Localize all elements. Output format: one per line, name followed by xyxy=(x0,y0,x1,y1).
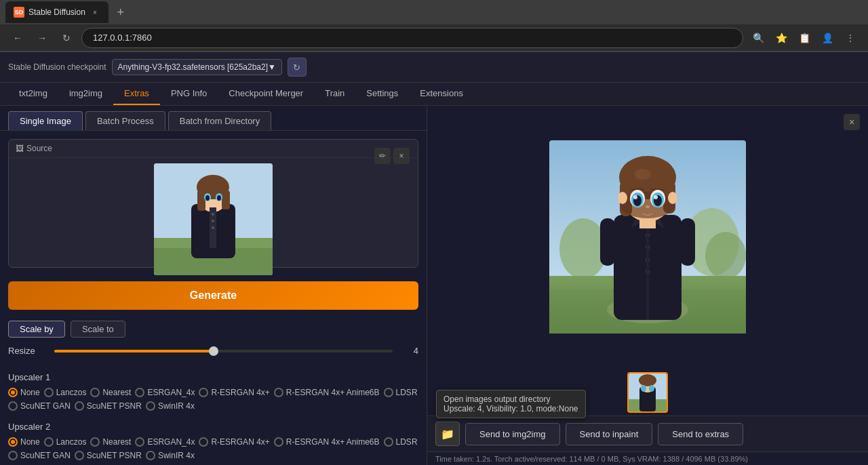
upscaler1-swinir4x[interactable]: SwinIR 4x xyxy=(146,401,195,411)
extensions-icon[interactable]: 📋 xyxy=(795,28,814,47)
main-content: Single Image Batch Process Batch from Di… xyxy=(0,106,868,465)
resize-slider-thumb[interactable] xyxy=(209,346,218,356)
upscaler1-nearest-label: Nearest xyxy=(102,388,131,397)
open-output-directory-button[interactable]: 📁 Open images output directory Upscale: … xyxy=(435,422,460,446)
upscaler2-ldsr[interactable]: LDSR xyxy=(384,437,418,447)
active-tab[interactable]: SD Stable Diffusion × xyxy=(5,1,108,23)
tab-train[interactable]: Train xyxy=(314,83,355,105)
svg-point-38 xyxy=(668,192,677,204)
resize-slider[interactable] xyxy=(54,350,393,352)
upscaler1-nearest[interactable]: Nearest xyxy=(90,388,131,397)
tab-extensions[interactable]: Extensions xyxy=(409,83,474,105)
upscaler2-lanczos-label: Lanczos xyxy=(56,437,87,447)
close-output-button[interactable]: × xyxy=(844,114,860,130)
tab-png-info[interactable]: PNG Info xyxy=(160,83,218,105)
svg-point-37 xyxy=(618,192,627,204)
refresh-button[interactable]: ↻ xyxy=(57,28,76,47)
upscaler1-nearest-radio[interactable] xyxy=(90,388,100,397)
upscaler1-scunet-psnr-radio[interactable] xyxy=(75,401,84,411)
back-button[interactable]: ← xyxy=(8,28,27,47)
send-to-img2img-button[interactable]: Send to img2img xyxy=(465,423,560,445)
nav-icons: 🔍 ⭐ 📋 👤 ⋮ xyxy=(749,28,860,47)
forward-button[interactable]: → xyxy=(33,28,52,47)
subtab-batch-process[interactable]: Batch Process xyxy=(85,111,165,130)
upscaler1-ldsr[interactable]: LDSR xyxy=(384,388,418,397)
upscaler2-none[interactable]: None xyxy=(8,437,40,447)
svg-point-14 xyxy=(212,220,214,222)
checkpoint-refresh-button[interactable]: ↻ xyxy=(288,58,307,77)
search-icon[interactable]: 🔍 xyxy=(749,28,768,47)
upscaler1-esrgan4x[interactable]: ESRGAN_4x xyxy=(135,388,195,397)
source-image-container[interactable] xyxy=(9,158,418,281)
subtab-batch-directory[interactable]: Batch from Directory xyxy=(168,111,271,130)
upscaler2-lanczos-radio[interactable] xyxy=(44,437,54,447)
upscaler1-esrgan4x-radio[interactable] xyxy=(135,388,144,397)
upscaler2-swinir4x[interactable]: SwinIR 4x xyxy=(146,451,195,460)
upscaler1-resrgan4xplus-anime6b-radio[interactable] xyxy=(274,388,283,397)
upscaler2-nearest[interactable]: Nearest xyxy=(90,437,131,447)
source-label-text: Source xyxy=(26,144,52,153)
bookmark-icon[interactable]: ⭐ xyxy=(772,28,791,47)
checkpoint-select[interactable]: Anything-V3-fp32.safetensors [625a2ba2] … xyxy=(112,59,282,75)
upscaler1-lanczos-radio[interactable] xyxy=(44,388,54,397)
profile-icon[interactable]: 👤 xyxy=(818,28,837,47)
menu-icon[interactable]: ⋮ xyxy=(841,28,860,47)
upscaler2-resrgan4xplus-anime6b-radio[interactable] xyxy=(274,437,283,447)
tab-settings[interactable]: Settings xyxy=(355,83,409,105)
upscaler2-nearest-label: Nearest xyxy=(102,437,131,447)
upscaler2-lanczos[interactable]: Lanczos xyxy=(44,437,87,447)
url-bar[interactable]: 127.0.0.1:7860 xyxy=(81,28,743,48)
tab-close-button[interactable]: × xyxy=(90,7,100,18)
upscaler2-none-label: None xyxy=(20,437,40,447)
upscaler2-resrgan4xplus[interactable]: R-ESRGAN 4x+ xyxy=(199,437,269,447)
tab-checkpoint-merger[interactable]: Checkpoint Merger xyxy=(218,83,314,105)
upscaler2-esrgan4x[interactable]: ESRGAN_4x xyxy=(135,437,195,447)
resize-slider-row: Resize 4 xyxy=(8,346,418,356)
thumbnail-item[interactable] xyxy=(627,372,668,413)
tab-txt2img[interactable]: txt2img xyxy=(8,83,58,105)
upscaler1-resrgan4xplus-radio[interactable] xyxy=(199,388,208,397)
upscaler1-resrgan4xplus-anime6b[interactable]: R-ESRGAN 4x+ Anime6B xyxy=(274,388,380,397)
upscaler2-none-radio[interactable] xyxy=(8,437,18,447)
upscaler2-esrgan4x-radio[interactable] xyxy=(135,437,144,447)
upscaler1-ldsr-label: LDSR xyxy=(396,388,418,397)
upscaler1-none[interactable]: None xyxy=(8,388,40,397)
scale-to-tab[interactable]: Scale to xyxy=(71,321,125,338)
upscaler2-nearest-radio[interactable] xyxy=(90,437,100,447)
generate-button[interactable]: Generate xyxy=(8,281,418,310)
tab-bar: SD Stable Diffusion × + xyxy=(0,0,868,24)
upscaler1-lanczos[interactable]: Lanczos xyxy=(44,388,87,397)
svg-point-56 xyxy=(641,385,646,392)
bottom-actions: 📁 Open images output directory Upscale: … xyxy=(427,416,868,451)
upscaler2-scunet-psnr[interactable]: ScuNET PSNR xyxy=(75,451,142,460)
upscaler2-swinir4x-radio[interactable] xyxy=(146,451,155,460)
svg-rect-7 xyxy=(222,190,230,209)
upscaler2-scunet-gan-radio[interactable] xyxy=(8,451,18,460)
upscaler1-scunet-gan-radio[interactable] xyxy=(8,401,18,411)
upscaler1-scunet-gan[interactable]: ScuNET GAN xyxy=(8,401,71,411)
upscaler2-resrgan4xplus-anime6b[interactable]: R-ESRGAN 4x+ Anime6B xyxy=(274,437,380,447)
upscaler1-none-radio[interactable] xyxy=(8,388,18,397)
send-to-extras-button[interactable]: Send to extras xyxy=(658,423,743,445)
scale-by-tab[interactable]: Scale by xyxy=(8,321,65,338)
new-tab-button[interactable]: + xyxy=(111,3,130,22)
tab-img2img[interactable]: img2img xyxy=(58,83,113,105)
upscaler1-resrgan4xplus[interactable]: R-ESRGAN 4x+ xyxy=(199,388,269,397)
upscaler1-ldsr-radio[interactable] xyxy=(384,388,393,397)
right-panel: × xyxy=(427,106,868,465)
subtab-single-image[interactable]: Single Image xyxy=(8,111,83,130)
upscaler1-scunet-psnr[interactable]: ScuNET PSNR xyxy=(75,401,142,411)
status-text: Time taken: 1.2s. Torch active/reserved:… xyxy=(435,455,748,463)
tab-favicon: SD xyxy=(14,7,24,18)
upscaler2-resrgan4xplus-radio[interactable] xyxy=(199,437,208,447)
upscaler1-resrgan4xplus-anime6b-label: R-ESRGAN 4x+ Anime6B xyxy=(286,388,380,397)
edit-image-button[interactable]: ✏ xyxy=(374,148,391,164)
tab-extras[interactable]: Extras xyxy=(113,83,160,105)
clear-image-button[interactable]: × xyxy=(393,148,410,164)
upscaler2-ldsr-radio[interactable] xyxy=(384,437,393,447)
upscaler2-scunet-gan[interactable]: ScuNET GAN xyxy=(8,451,71,460)
upscaler1-swinir4x-radio[interactable] xyxy=(146,401,155,411)
send-to-inpaint-button[interactable]: Send to inpaint xyxy=(566,423,653,445)
output-image xyxy=(549,140,746,336)
upscaler2-scunet-psnr-radio[interactable] xyxy=(75,451,84,460)
